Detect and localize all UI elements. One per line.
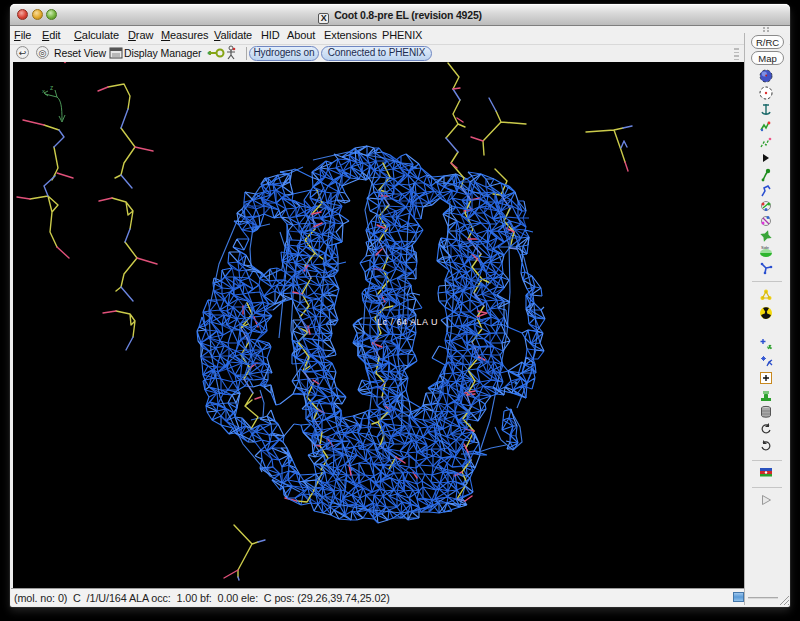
svg-text:z: z [50, 84, 53, 91]
svg-text:Lc / 64 ALA U: Lc / 64 ALA U [377, 317, 438, 327]
svg-text:x: x [42, 88, 45, 94]
